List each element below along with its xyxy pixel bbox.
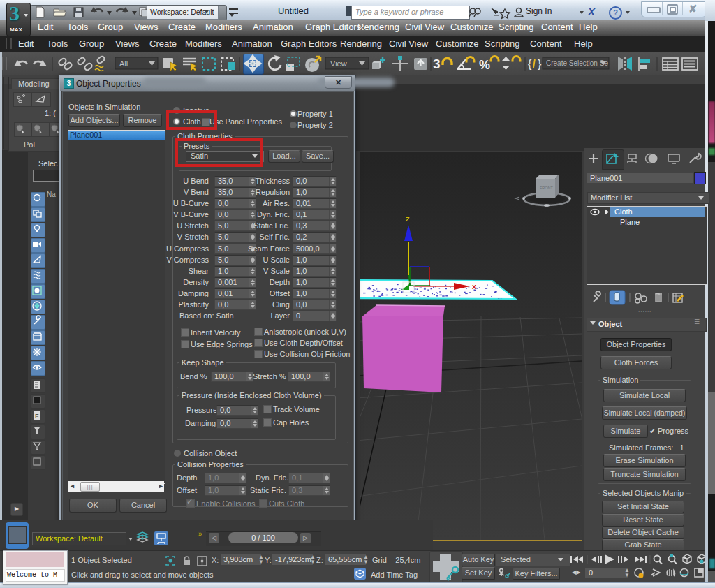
svg-text:3: 3 bbox=[433, 57, 441, 71]
svg-text:Create Selection Se: Create Selection Se bbox=[546, 59, 608, 67]
svg-text:FRONT: FRONT bbox=[540, 186, 554, 190]
svg-text:F: F bbox=[35, 413, 39, 420]
svg-text:X: X bbox=[472, 284, 476, 291]
svg-text:}: } bbox=[538, 58, 542, 70]
svg-text:Z: Z bbox=[406, 216, 410, 223]
svg-text:%: % bbox=[479, 58, 490, 72]
svg-text:View: View bbox=[330, 59, 347, 68]
svg-text:{: { bbox=[528, 58, 532, 70]
svg-text:All: All bbox=[119, 59, 128, 68]
